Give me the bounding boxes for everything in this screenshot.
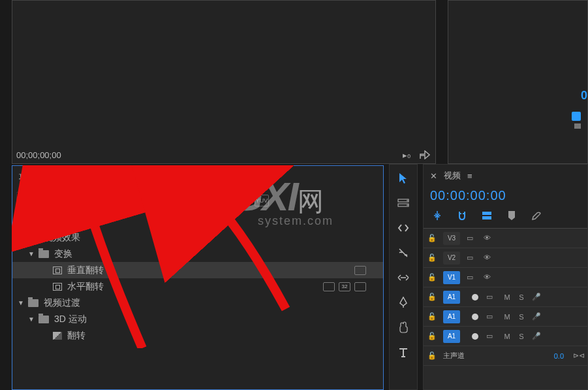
- tab-subtitle[interactable]: 字幕: [92, 168, 116, 187]
- timeline-timecode[interactable]: 00:00:00:00: [424, 187, 587, 210]
- solo-button[interactable]: S: [518, 313, 525, 321]
- settings-icon[interactable]: [531, 210, 542, 221]
- toggle-track-output-icon[interactable]: 👁: [484, 273, 494, 282]
- toggle-sync-lock-icon[interactable]: ▭: [486, 293, 497, 302]
- tab-effects[interactable]: 效果: [135, 167, 159, 188]
- voice-over-icon[interactable]: 🎤: [532, 332, 541, 340]
- lock-icon[interactable]: 🔓: [427, 312, 437, 321]
- track-label-v3[interactable]: V3: [443, 232, 460, 245]
- audio-pan-slider[interactable]: [467, 331, 480, 342]
- preview-timecode[interactable]: 00;00;00;00: [16, 150, 61, 160]
- toggle-sync-lock-icon[interactable]: ▭: [486, 312, 497, 321]
- track-label-a2[interactable]: A1: [443, 310, 460, 323]
- track-v3[interactable]: 🔓 V3 ▭ 👁: [424, 229, 587, 248]
- tree-vertical-flip[interactable]: 垂直翻转: [12, 262, 383, 278]
- tree-label: 翻转: [67, 330, 85, 342]
- effects-tree: ▶ 音频过渡 ▼ 视频效果 ▼ 变换 垂直翻转 水平翻转: [12, 212, 383, 389]
- tree-video-effects[interactable]: ▼ 视频效果: [12, 229, 383, 246]
- tree-horizontal-flip[interactable]: 水平翻转 32: [12, 278, 383, 295]
- tab-project[interactable]: 项目: 未命名: [16, 168, 72, 187]
- effect-icon: [53, 283, 62, 291]
- linked-selection-icon[interactable]: [481, 210, 493, 221]
- panel-menu-icon[interactable]: ≡: [182, 172, 187, 183]
- razor-tool[interactable]: [395, 244, 412, 261]
- hand-tool[interactable]: [395, 319, 412, 336]
- solo-button[interactable]: S: [518, 333, 525, 340]
- folder-icon: [39, 250, 49, 258]
- timeline-marker: [574, 123, 581, 129]
- track-label-v2[interactable]: V2: [443, 252, 460, 265]
- lock-icon[interactable]: 🔓: [427, 234, 437, 242]
- effects-search-box[interactable]: I: [16, 192, 186, 209]
- tool-palette: [389, 164, 418, 390]
- snap-icon[interactable]: [431, 210, 443, 221]
- track-label-v1[interactable]: V1: [443, 271, 460, 284]
- track-a3[interactable]: 🔓 A1 ▭ M S 🎤: [424, 327, 587, 346]
- fx-badge-32bit[interactable]: 32: [234, 195, 248, 206]
- track-area: 🔓 V3 ▭ 👁 🔓 V2 ▭ 👁 🔓 V1 ▭: [424, 228, 587, 389]
- voice-over-icon[interactable]: 🎤: [532, 293, 541, 301]
- tree-label: 视频过渡: [44, 297, 80, 309]
- play-stop-icon[interactable]: ▸₀: [400, 148, 413, 161]
- tree-label: 视频效果: [44, 232, 80, 244]
- lock-icon[interactable]: 🔓: [427, 351, 437, 360]
- slip-tool[interactable]: [395, 269, 412, 286]
- solo-button[interactable]: S: [518, 293, 525, 301]
- audio-pan-slider[interactable]: [467, 312, 480, 322]
- track-label-a1[interactable]: A1: [443, 291, 460, 304]
- track-v2[interactable]: 🔓 V2 ▭ 👁: [424, 248, 587, 268]
- toggle-sync-lock-icon[interactable]: ▭: [467, 253, 477, 263]
- toggle-sync-lock-icon[interactable]: ▭: [486, 332, 497, 341]
- track-master[interactable]: 🔓 主声道 0.0 ⊳⊲: [424, 346, 587, 366]
- timeline-menu-icon[interactable]: ≡: [467, 171, 472, 181]
- mute-button[interactable]: M: [503, 313, 511, 321]
- pen-tool[interactable]: [395, 294, 412, 311]
- chevron-down-icon: ▼: [16, 234, 25, 241]
- magnet-icon[interactable]: [456, 210, 468, 221]
- export-frame-icon[interactable]: [418, 148, 431, 161]
- ripple-edit-tool[interactable]: [395, 219, 412, 236]
- tree-3d-motion[interactable]: ▼ 3D 运动: [12, 311, 383, 327]
- search-icon: [21, 196, 30, 205]
- mute-button[interactable]: M: [503, 293, 511, 301]
- track-select-tool[interactable]: [395, 195, 412, 212]
- toggle-track-output-icon[interactable]: 👁: [484, 234, 494, 243]
- tree-label: 3D 运动: [54, 314, 87, 325]
- toggle-track-output-icon[interactable]: 👁: [484, 253, 494, 263]
- close-timeline-button[interactable]: ✕: [430, 171, 437, 181]
- type-tool[interactable]: [395, 344, 412, 361]
- chevron-down-icon: ▼: [27, 316, 36, 323]
- toggle-sync-lock-icon[interactable]: ▭: [467, 234, 477, 243]
- fx-badge-accelerated[interactable]: [213, 195, 227, 206]
- toggle-sync-lock-icon[interactable]: ▭: [467, 273, 477, 282]
- master-level[interactable]: 0.0: [554, 352, 566, 360]
- tree-video-transitions[interactable]: ▼ 视频过渡: [12, 295, 383, 311]
- track-v1[interactable]: 🔓 V1 ▭ 👁: [424, 268, 587, 287]
- clear-search-button[interactable]: ✕: [190, 195, 206, 207]
- preview-viewport[interactable]: [12, 1, 435, 146]
- playhead-marker[interactable]: [572, 112, 581, 121]
- tree-flip[interactable]: 翻转: [12, 327, 383, 344]
- search-input[interactable]: [30, 195, 179, 206]
- mute-button[interactable]: M: [503, 333, 511, 340]
- lock-icon[interactable]: 🔓: [427, 293, 437, 301]
- lock-icon[interactable]: 🔓: [427, 273, 437, 282]
- tree-label: 垂直翻转: [67, 265, 104, 276]
- lock-icon[interactable]: 🔓: [427, 253, 437, 262]
- svg-rect-6: [482, 216, 491, 219]
- master-track-label: 主声道: [443, 351, 465, 361]
- selection-tool[interactable]: [395, 170, 412, 187]
- tree-transform[interactable]: ▼ 变换: [12, 246, 383, 262]
- voice-over-icon[interactable]: 🎤: [532, 312, 541, 321]
- lock-icon[interactable]: 🔓: [427, 332, 437, 340]
- svg-line-1: [27, 202, 29, 204]
- track-label-a3[interactable]: A1: [443, 330, 460, 343]
- tree-audio-transitions[interactable]: ▶ 音频过渡: [12, 213, 383, 229]
- fx-badge-yuv[interactable]: YUV: [255, 195, 269, 206]
- marker-icon[interactable]: [506, 210, 518, 221]
- track-a1[interactable]: 🔓 A1 ▭ M S 🎤: [424, 287, 587, 307]
- track-a2[interactable]: 🔓 A1 ▭ M S 🎤: [424, 307, 587, 327]
- audio-pan-slider[interactable]: [467, 292, 480, 302]
- master-meter-icon[interactable]: ⊳⊲: [573, 351, 583, 361]
- svg-rect-5: [482, 212, 491, 215]
